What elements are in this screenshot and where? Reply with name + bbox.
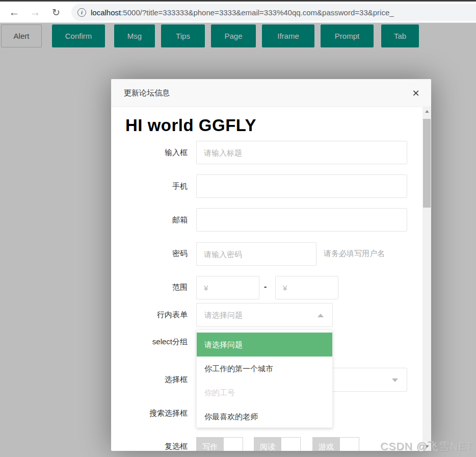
title-field-label: 输入框 (116, 147, 188, 158)
checkbox-reading-label: 阅读 (254, 437, 281, 451)
url-query: :5000/?title=333333&phone=3333&email=333… (121, 8, 393, 17)
email-input[interactable] (196, 208, 407, 232)
info-icon[interactable]: i (77, 8, 86, 17)
checkbox-reading-box[interactable] (281, 437, 301, 451)
dropdown-option-selected[interactable]: 请选择问题 (197, 333, 332, 357)
dialog-title: 更新论坛信息 (124, 88, 170, 98)
dialog-heading: HI world GGFLY (125, 116, 256, 135)
csdn-watermark: CSDN @飞雪NET (380, 439, 473, 453)
checkbox-gaming-label: 游戏 (312, 437, 340, 451)
password-hint: 请务必填写用户名 (324, 248, 385, 259)
search-select-label: 搜索选择框 (116, 408, 188, 418)
browser-top-strip (0, 0, 476, 2)
screen: ← → ↻ i localhost:5000/?title=333333&pho… (0, 0, 476, 457)
phone-field-label: 手机 (116, 181, 188, 191)
range-max-input[interactable] (275, 276, 338, 299)
password-input[interactable] (196, 242, 316, 266)
checkbox-gaming-box[interactable] (340, 437, 359, 451)
checkbox-writing-label: 写作 (196, 437, 224, 451)
dialog-header: 更新论坛信息 ✕ (111, 79, 431, 107)
question-dropdown-panel: 请选择问题 你工作的第一个城市 你的工号 你最喜欢的老师 (196, 329, 333, 428)
url-text[interactable]: localhost:5000/?title=333333&phone=3333&… (91, 8, 394, 17)
select-group-label: select分组 (116, 337, 188, 347)
modal-scrollbar[interactable] (422, 107, 431, 451)
question-select[interactable]: 请选择问题 (196, 303, 333, 327)
range-min-input[interactable] (196, 276, 259, 299)
range-separator: - (264, 282, 267, 291)
select-box-label: 选择框 (116, 374, 188, 385)
address-bar[interactable]: i localhost:5000/?title=333333&phone=333… (71, 4, 476, 21)
phone-input[interactable] (196, 174, 407, 198)
dropdown-option-teacher[interactable]: 你最喜欢的老师 (197, 404, 332, 428)
scrollbar-up-button[interactable] (422, 107, 431, 116)
inline-select-label: 行内表单 (116, 310, 188, 320)
forward-icon[interactable]: → (27, 4, 43, 20)
reload-icon[interactable]: ↻ (48, 4, 64, 20)
scrollbar-thumb[interactable] (423, 119, 431, 208)
checkbox-reading[interactable]: 阅读 (254, 437, 301, 451)
url-domain: localhost (91, 8, 121, 17)
checkbox-gaming[interactable]: 游戏 (312, 437, 359, 451)
chevron-down-icon (392, 378, 398, 382)
browser-toolbar: ← → ↻ i localhost:5000/?title=333333&pho… (0, 0, 476, 23)
question-select-value: 请选择问题 (204, 311, 243, 319)
dropdown-option-workid: 你的工号 (197, 380, 332, 404)
chevron-up-icon (318, 314, 324, 317)
checkbox-writing-box[interactable] (224, 437, 243, 451)
checkbox-writing[interactable]: 写作 (196, 437, 243, 451)
title-input[interactable] (196, 141, 407, 164)
update-forum-dialog: 更新论坛信息 ✕ HI world GGFLY 输入框 手机 邮箱 密码 请务必… (111, 79, 431, 451)
scroll-up-icon (425, 110, 429, 113)
back-icon[interactable]: ← (6, 4, 22, 20)
range-field-label: 范围 (116, 282, 188, 292)
email-field-label: 邮箱 (116, 215, 188, 225)
password-field-label: 密码 (116, 248, 188, 259)
close-icon[interactable]: ✕ (410, 87, 422, 99)
dropdown-option-city[interactable]: 你工作的第一个城市 (197, 357, 332, 380)
checkbox-field-label: 复选框 (116, 441, 188, 451)
